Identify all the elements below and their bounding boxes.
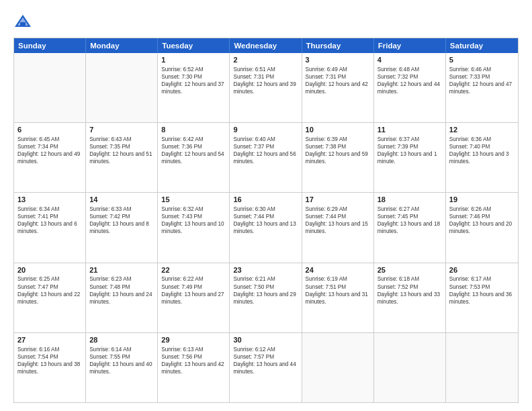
calendar-cell [14, 53, 86, 122]
calendar-body: 1Sunrise: 6:52 AM Sunset: 7:30 PM Daylig… [14, 53, 518, 402]
calendar-row-5: 27Sunrise: 6:16 AM Sunset: 7:54 PM Dayli… [14, 332, 518, 402]
day-number: 15 [161, 195, 226, 205]
day-info: Sunrise: 6:45 AM Sunset: 7:34 PM Dayligh… [17, 136, 82, 165]
calendar-cell: 27Sunrise: 6:16 AM Sunset: 7:54 PM Dayli… [14, 333, 86, 402]
day-number: 28 [89, 335, 154, 345]
calendar-cell: 1Sunrise: 6:52 AM Sunset: 7:30 PM Daylig… [158, 53, 230, 122]
weekday-header-monday: Monday [86, 38, 158, 53]
day-number: 9 [233, 125, 298, 135]
day-number: 8 [161, 125, 226, 135]
calendar-cell: 14Sunrise: 6:33 AM Sunset: 7:42 PM Dayli… [86, 193, 158, 262]
day-info: Sunrise: 6:42 AM Sunset: 7:36 PM Dayligh… [161, 136, 226, 165]
calendar-cell: 16Sunrise: 6:30 AM Sunset: 7:44 PM Dayli… [230, 193, 302, 262]
day-info: Sunrise: 6:32 AM Sunset: 7:43 PM Dayligh… [161, 205, 226, 235]
day-info: Sunrise: 6:23 AM Sunset: 7:48 PM Dayligh… [89, 275, 154, 305]
day-info: Sunrise: 6:30 AM Sunset: 7:44 PM Dayligh… [233, 205, 298, 235]
day-number: 5 [449, 55, 515, 65]
day-info: Sunrise: 6:46 AM Sunset: 7:33 PM Dayligh… [449, 66, 515, 95]
page: SundayMondayTuesdayWednesdayThursdayFrid… [0, 0, 532, 411]
day-info: Sunrise: 6:37 AM Sunset: 7:39 PM Dayligh… [378, 136, 442, 165]
weekday-header-saturday: Saturday [446, 38, 518, 53]
calendar-cell [302, 333, 374, 402]
day-info: Sunrise: 6:29 AM Sunset: 7:44 PM Dayligh… [306, 205, 370, 235]
day-number: 13 [17, 195, 82, 205]
day-number: 16 [233, 195, 298, 205]
day-number: 11 [378, 125, 442, 135]
day-number: 25 [378, 265, 442, 275]
calendar-cell: 2Sunrise: 6:51 AM Sunset: 7:31 PM Daylig… [230, 53, 302, 122]
day-number: 14 [89, 195, 154, 205]
day-number: 12 [449, 125, 515, 135]
day-info: Sunrise: 6:26 AM Sunset: 7:46 PM Dayligh… [449, 205, 515, 235]
calendar-cell: 24Sunrise: 6:19 AM Sunset: 7:51 PM Dayli… [302, 263, 374, 332]
calendar-cell [374, 333, 446, 402]
day-info: Sunrise: 6:40 AM Sunset: 7:37 PM Dayligh… [233, 136, 298, 165]
day-info: Sunrise: 6:21 AM Sunset: 7:50 PM Dayligh… [233, 275, 298, 305]
calendar-cell: 7Sunrise: 6:43 AM Sunset: 7:35 PM Daylig… [86, 123, 158, 192]
day-number: 27 [17, 335, 82, 345]
day-number: 2 [233, 55, 298, 65]
calendar-cell: 10Sunrise: 6:39 AM Sunset: 7:38 PM Dayli… [302, 123, 374, 192]
day-number: 20 [17, 265, 82, 275]
calendar-header: SundayMondayTuesdayWednesdayThursdayFrid… [14, 38, 518, 53]
day-number: 6 [17, 125, 82, 135]
calendar-cell: 17Sunrise: 6:29 AM Sunset: 7:44 PM Dayli… [302, 193, 374, 262]
day-info: Sunrise: 6:14 AM Sunset: 7:55 PM Dayligh… [89, 346, 154, 375]
day-info: Sunrise: 6:48 AM Sunset: 7:32 PM Dayligh… [378, 66, 442, 95]
svg-rect-2 [20, 22, 26, 27]
calendar-cell: 9Sunrise: 6:40 AM Sunset: 7:37 PM Daylig… [230, 123, 302, 192]
calendar-cell: 12Sunrise: 6:36 AM Sunset: 7:40 PM Dayli… [446, 123, 518, 192]
day-info: Sunrise: 6:13 AM Sunset: 7:56 PM Dayligh… [161, 346, 226, 375]
calendar-cell: 3Sunrise: 6:49 AM Sunset: 7:31 PM Daylig… [302, 53, 374, 122]
calendar-cell: 30Sunrise: 6:12 AM Sunset: 7:57 PM Dayli… [230, 333, 302, 402]
weekday-header-wednesday: Wednesday [230, 38, 302, 53]
day-info: Sunrise: 6:16 AM Sunset: 7:54 PM Dayligh… [17, 346, 82, 375]
calendar-cell: 4Sunrise: 6:48 AM Sunset: 7:32 PM Daylig… [374, 53, 446, 122]
day-number: 4 [378, 55, 442, 65]
header [13, 12, 519, 31]
day-info: Sunrise: 6:34 AM Sunset: 7:41 PM Dayligh… [17, 205, 82, 235]
calendar-cell: 21Sunrise: 6:23 AM Sunset: 7:48 PM Dayli… [86, 263, 158, 332]
day-number: 3 [306, 55, 370, 65]
weekday-header-friday: Friday [374, 38, 446, 53]
weekday-header-sunday: Sunday [14, 38, 86, 53]
calendar-cell [446, 333, 518, 402]
weekday-header-thursday: Thursday [302, 38, 374, 53]
calendar-row-1: 1Sunrise: 6:52 AM Sunset: 7:30 PM Daylig… [14, 53, 518, 122]
calendar-row-4: 20Sunrise: 6:25 AM Sunset: 7:47 PM Dayli… [14, 263, 518, 332]
calendar-cell: 11Sunrise: 6:37 AM Sunset: 7:39 PM Dayli… [374, 123, 446, 192]
calendar: SundayMondayTuesdayWednesdayThursdayFrid… [13, 38, 519, 403]
calendar-cell: 29Sunrise: 6:13 AM Sunset: 7:56 PM Dayli… [158, 333, 230, 402]
calendar-cell [86, 53, 158, 122]
calendar-cell: 20Sunrise: 6:25 AM Sunset: 7:47 PM Dayli… [14, 263, 86, 332]
day-info: Sunrise: 6:52 AM Sunset: 7:30 PM Dayligh… [161, 66, 226, 95]
day-number: 23 [233, 265, 298, 275]
day-number: 22 [161, 265, 226, 275]
calendar-cell: 18Sunrise: 6:27 AM Sunset: 7:45 PM Dayli… [374, 193, 446, 262]
day-number: 19 [449, 195, 515, 205]
calendar-row-3: 13Sunrise: 6:34 AM Sunset: 7:41 PM Dayli… [14, 192, 518, 262]
day-number: 17 [306, 195, 370, 205]
calendar-row-2: 6Sunrise: 6:45 AM Sunset: 7:34 PM Daylig… [14, 122, 518, 192]
day-number: 1 [161, 55, 226, 65]
day-info: Sunrise: 6:39 AM Sunset: 7:38 PM Dayligh… [306, 136, 370, 165]
day-info: Sunrise: 6:18 AM Sunset: 7:52 PM Dayligh… [378, 275, 442, 305]
day-number: 18 [378, 195, 442, 205]
day-number: 26 [449, 265, 515, 275]
day-info: Sunrise: 6:12 AM Sunset: 7:57 PM Dayligh… [233, 346, 298, 375]
logo [13, 12, 35, 31]
day-info: Sunrise: 6:25 AM Sunset: 7:47 PM Dayligh… [17, 275, 82, 305]
day-info: Sunrise: 6:51 AM Sunset: 7:31 PM Dayligh… [233, 66, 298, 95]
calendar-cell: 19Sunrise: 6:26 AM Sunset: 7:46 PM Dayli… [446, 193, 518, 262]
day-number: 7 [89, 125, 154, 135]
calendar-cell: 13Sunrise: 6:34 AM Sunset: 7:41 PM Dayli… [14, 193, 86, 262]
day-info: Sunrise: 6:19 AM Sunset: 7:51 PM Dayligh… [306, 275, 370, 305]
day-info: Sunrise: 6:17 AM Sunset: 7:53 PM Dayligh… [449, 275, 515, 305]
logo-icon [13, 12, 32, 31]
day-info: Sunrise: 6:49 AM Sunset: 7:31 PM Dayligh… [306, 66, 370, 95]
calendar-cell: 23Sunrise: 6:21 AM Sunset: 7:50 PM Dayli… [230, 263, 302, 332]
day-number: 10 [306, 125, 370, 135]
day-number: 29 [161, 335, 226, 345]
calendar-cell: 26Sunrise: 6:17 AM Sunset: 7:53 PM Dayli… [446, 263, 518, 332]
calendar-cell: 6Sunrise: 6:45 AM Sunset: 7:34 PM Daylig… [14, 123, 86, 192]
